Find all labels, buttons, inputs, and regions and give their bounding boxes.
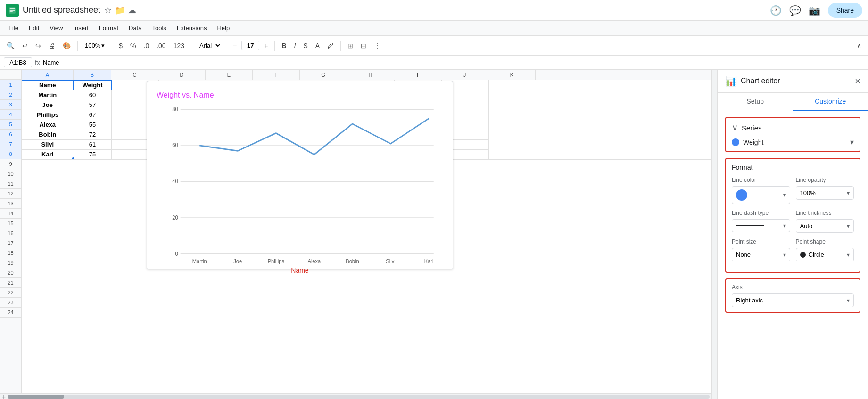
editor-title: 📊 Chart editor xyxy=(725,75,780,87)
zoom-control[interactable]: 100% ▾ xyxy=(82,41,108,50)
row-header-19: 19 xyxy=(0,258,21,268)
series-name: Weight xyxy=(743,138,846,146)
line-dash-col: Line dash type ▾ xyxy=(732,210,790,233)
point-shape-label: Point shape xyxy=(796,238,854,245)
point-shape-value: Circle xyxy=(809,251,824,258)
menu-tools[interactable]: Tools xyxy=(147,23,171,33)
highlight-button[interactable]: 🖊 xyxy=(324,40,337,51)
row-header-18: 18 xyxy=(0,248,21,258)
cell-a6[interactable]: Bobin xyxy=(22,130,74,139)
print-button[interactable]: 🖨 xyxy=(46,40,58,51)
svg-text:20: 20 xyxy=(172,214,178,221)
percent-button[interactable]: % xyxy=(127,40,139,51)
italic-button[interactable]: I xyxy=(291,40,299,51)
font-size-decrease[interactable]: − xyxy=(230,40,240,51)
search-button[interactable]: 🔍 xyxy=(4,40,17,51)
row-header-11: 11 xyxy=(0,179,21,189)
row-header-2: 2 xyxy=(0,90,21,100)
scrollbar-track[interactable] xyxy=(8,395,710,399)
cell-a5[interactable]: Alexa xyxy=(22,120,74,130)
dec-plus-button[interactable]: .00 xyxy=(154,40,168,51)
menu-extensions[interactable]: Extensions xyxy=(172,23,212,33)
strikethrough-button[interactable]: S xyxy=(300,40,310,51)
line-dash-control[interactable]: ▾ xyxy=(732,219,790,232)
tab-setup[interactable]: Setup xyxy=(718,93,793,111)
cell-b6[interactable]: 72 xyxy=(74,130,111,139)
menu-format[interactable]: Format xyxy=(94,23,123,33)
cell-a3[interactable]: Joe xyxy=(22,100,74,110)
point-shape-control[interactable]: Circle ▾ xyxy=(796,248,854,261)
col-header-c: C xyxy=(111,70,158,80)
line-color-control[interactable]: ▾ xyxy=(732,186,790,204)
camera-icon[interactable]: 📷 xyxy=(809,5,820,16)
cell-a7[interactable]: Silvi xyxy=(22,139,74,149)
menu-view[interactable]: View xyxy=(45,23,67,33)
cell-b5[interactable]: 55 xyxy=(74,120,111,130)
borders-button[interactable]: ⊞ xyxy=(345,40,356,51)
menu-insert[interactable]: Insert xyxy=(68,23,93,33)
series-dropdown-arrow: ▾ xyxy=(850,138,854,147)
redo-button[interactable]: ↪ xyxy=(33,40,44,51)
chart-container[interactable]: Weight vs. Name 0 20 40 60 xyxy=(147,81,453,269)
cell-b8[interactable]: 75 xyxy=(74,149,111,159)
star-icon[interactable]: ☆ xyxy=(104,5,112,16)
col-header-b: B xyxy=(74,70,111,80)
cell-reference-input[interactable] xyxy=(4,57,32,67)
series-dropdown[interactable]: Weight ▾ xyxy=(732,138,854,147)
cell-a2[interactable]: Martin xyxy=(22,90,74,100)
zoom-value: 100% xyxy=(85,42,100,49)
menu-edit[interactable]: Edit xyxy=(24,23,44,33)
share-button[interactable]: Share xyxy=(828,3,862,18)
axis-control[interactable]: Right axis ▾ xyxy=(732,293,854,307)
point-size-control[interactable]: None ▾ xyxy=(732,248,790,261)
cell-b3[interactable]: 57 xyxy=(74,100,111,110)
currency-button[interactable]: $ xyxy=(116,40,125,51)
format-section: Format Line color ▾ Line opacity xyxy=(725,158,860,273)
horizontal-scrollbar[interactable]: + xyxy=(0,393,711,399)
cell-a1[interactable]: Name xyxy=(22,80,74,90)
line-thickness-control[interactable]: Auto ▾ xyxy=(796,219,854,233)
row-header-24: 24 xyxy=(0,308,21,318)
scrollbar-thumb[interactable] xyxy=(8,395,64,399)
cell-b1[interactable]: Weight xyxy=(74,80,111,90)
menu-file[interactable]: File xyxy=(4,23,23,33)
row-header-1: 1 xyxy=(0,80,21,90)
comment-icon[interactable]: 💬 xyxy=(789,5,801,16)
bold-button[interactable]: B xyxy=(279,40,289,51)
svg-text:Alexa: Alexa xyxy=(307,258,321,264)
format-num-button[interactable]: 123 xyxy=(171,40,187,51)
more-button[interactable]: ⋮ xyxy=(371,40,383,51)
collapse-toolbar[interactable]: ∧ xyxy=(854,40,864,51)
cell-a4[interactable]: Phillips xyxy=(22,110,74,120)
row-header-13: 13 xyxy=(0,199,21,209)
history-icon[interactable]: 🕐 xyxy=(770,5,782,16)
chart-editor-icon: 📊 xyxy=(725,75,737,87)
folder-icon[interactable]: 📁 xyxy=(115,5,125,16)
merge-button[interactable]: ⊟ xyxy=(358,40,369,51)
undo-button[interactable]: ↩ xyxy=(19,40,31,51)
editor-tabs: Setup Customize xyxy=(718,93,868,111)
cell-b2[interactable]: 60 xyxy=(74,90,111,100)
tab-customize[interactable]: Customize xyxy=(793,93,868,111)
dec-minus-button[interactable]: .0 xyxy=(141,40,152,51)
font-size-input[interactable] xyxy=(241,41,259,50)
menu-data[interactable]: Data xyxy=(124,23,146,33)
editor-close-button[interactable]: × xyxy=(855,76,860,87)
line-opacity-control[interactable]: 100% ▾ xyxy=(796,186,854,200)
series-header[interactable]: ∨ Series xyxy=(732,122,854,133)
cloud-icon[interactable]: ☁ xyxy=(128,5,136,16)
formula-input[interactable] xyxy=(43,59,864,66)
sheet-grid[interactable]: Name Weight Martin 60 Joe 57 xyxy=(22,80,711,393)
vertical-scrollbar[interactable] xyxy=(711,70,717,399)
font-selector[interactable]: Arial xyxy=(195,40,222,51)
cell-b7[interactable]: 61 xyxy=(74,139,111,149)
font-size-increase[interactable]: + xyxy=(261,40,271,51)
line-opacity-label: Line opacity xyxy=(796,177,854,183)
text-color-button[interactable]: A xyxy=(313,40,322,51)
menu-help[interactable]: Help xyxy=(212,23,234,33)
format-row-1: Line color ▾ Line opacity 100% ▾ xyxy=(732,177,854,204)
paint-format-button[interactable]: 🎨 xyxy=(60,40,74,51)
cell-b4[interactable]: 67 xyxy=(74,110,111,120)
series-section: ∨ Series Weight ▾ xyxy=(725,117,860,152)
cell-a8[interactable]: Karl xyxy=(22,149,74,159)
